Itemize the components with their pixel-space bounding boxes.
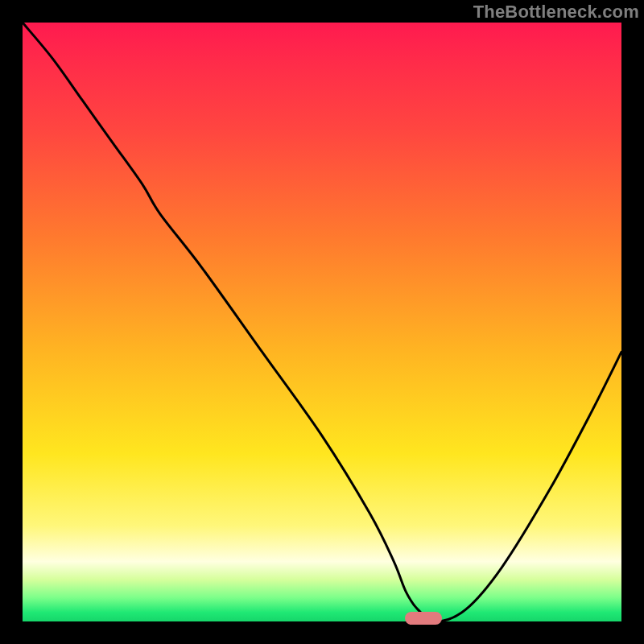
chart-frame: TheBottleneck.com: [0, 0, 644, 644]
chart-plot-area: [23, 23, 621, 621]
watermark-text: TheBottleneck.com: [473, 2, 639, 23]
bottleneck-curve: [23, 23, 621, 621]
optimal-marker: [405, 612, 442, 625]
